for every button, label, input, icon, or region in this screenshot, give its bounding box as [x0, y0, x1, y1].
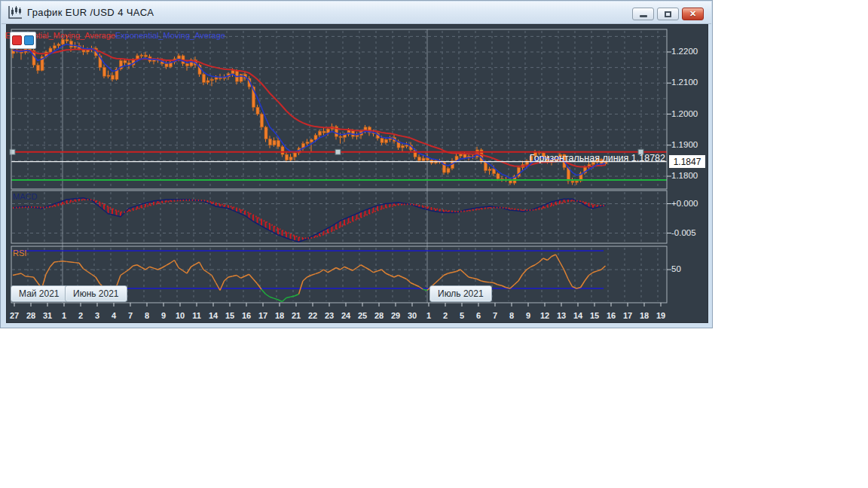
- day-axis-label: 18: [275, 311, 284, 320]
- rsi-line: [485, 282, 490, 282]
- rsi-line: [436, 279, 440, 283]
- rsi-line: [84, 269, 88, 272]
- candle-body: [497, 174, 500, 179]
- hline-drag-handle[interactable]: [335, 149, 341, 154]
- rsi-line: [415, 285, 420, 287]
- rsi-line: [253, 279, 258, 284]
- rsi-line: [515, 281, 519, 285]
- day-axis-label: 22: [308, 311, 317, 320]
- minimize-icon: [640, 15, 647, 17]
- candle-body: [62, 40, 65, 44]
- day-axis-label: 16: [242, 311, 251, 320]
- candle-body: [402, 146, 405, 148]
- desktop: График EUR /USD 4 ЧАСА ✕ Exponential_Mov…: [0, 0, 868, 488]
- hline-drag-handle[interactable]: [10, 149, 15, 154]
- price-axis-label: 1.1800: [671, 171, 708, 180]
- rsi-line: [203, 270, 208, 273]
- day-axis-label: 2: [443, 311, 448, 320]
- candle-body: [231, 71, 234, 74]
- candle-body: [571, 181, 574, 182]
- candle-body: [112, 75, 115, 79]
- candle-body: [327, 129, 330, 133]
- candle-body: [273, 141, 276, 145]
- candle-body: [165, 64, 168, 67]
- rsi-line: [158, 268, 163, 270]
- day-axis-label: 23: [325, 311, 334, 320]
- rsi-line: [261, 289, 266, 294]
- rsi-line: [195, 262, 200, 264]
- rsi-line: [365, 267, 370, 270]
- candle-body: [124, 61, 127, 63]
- rsi-line: [92, 274, 96, 277]
- rsi-line: [440, 276, 445, 279]
- day-axis-label: 30: [408, 311, 417, 320]
- day-axis-label: 17: [258, 311, 267, 320]
- price-axis-label: 1.1900: [671, 140, 708, 149]
- day-axis-label: 27: [10, 311, 19, 320]
- ema-blue-swatch-button[interactable]: [24, 35, 34, 45]
- candle-body: [186, 64, 189, 66]
- rsi-line: [125, 270, 130, 273]
- rsi-line: [328, 270, 332, 273]
- rsi-line: [179, 268, 183, 271]
- candle-body: [286, 154, 289, 160]
- rsi-line: [133, 265, 138, 266]
- rsi-line: [278, 300, 283, 302]
- rsi-line: [407, 279, 411, 283]
- rsi-line: [477, 279, 481, 282]
- rsi-line: [59, 261, 63, 262]
- rsi-line: [191, 264, 196, 267]
- day-axis-label: 11: [192, 311, 201, 320]
- rsi-line: [142, 267, 146, 270]
- minimize-button[interactable]: [632, 8, 654, 20]
- month-button-2[interactable]: Июль 2021: [429, 285, 492, 302]
- rsi-line: [54, 261, 59, 262]
- chart-canvas[interactable]: [6, 24, 708, 323]
- day-axis-label: 5: [460, 311, 464, 320]
- rsi-line: [200, 262, 204, 270]
- candle-body: [264, 127, 267, 139]
- candle-body: [418, 157, 421, 160]
- day-axis-label: 21: [292, 311, 301, 320]
- maximize-button[interactable]: [657, 8, 679, 20]
- rsi-line: [75, 263, 80, 264]
- rsi-line: [162, 265, 167, 267]
- rsi-line: [225, 277, 229, 281]
- legend-ema-blue-label: Exponential_Moving_Average: [115, 31, 225, 40]
- close-icon: ✕: [689, 10, 696, 18]
- rsi-line: [291, 296, 295, 297]
- ema-red-swatch-button[interactable]: [12, 35, 22, 45]
- candle-body: [53, 46, 57, 48]
- rsi-line: [585, 276, 589, 282]
- candle-body: [178, 56, 181, 59]
- day-axis-label: 8: [145, 311, 149, 320]
- rsi-line: [150, 267, 154, 268]
- rsi-line: [324, 270, 329, 273]
- candle-body: [103, 68, 106, 77]
- candle-body: [277, 141, 280, 147]
- rsi-line: [26, 276, 30, 277]
- rsi-line: [249, 274, 254, 279]
- close-button[interactable]: ✕: [682, 8, 704, 20]
- rsi-line: [465, 273, 469, 277]
- candle-body: [310, 139, 313, 142]
- window-titlebar[interactable]: График EUR /USD 4 ЧАСА ✕: [2, 2, 711, 24]
- month-button-0[interactable]: Май 2021: [11, 285, 68, 302]
- day-axis-label: 13: [557, 311, 566, 320]
- candle-body: [576, 181, 579, 182]
- macd-signal-line: [13, 200, 606, 238]
- rsi-line: [71, 262, 75, 263]
- rsi-line: [448, 273, 453, 273]
- horizontal-line-label[interactable]: Горизонтальная линия 1.18782: [423, 153, 665, 163]
- rsi-line: [17, 273, 22, 274]
- candle-body: [314, 136, 317, 140]
- rsi-line: [50, 262, 55, 267]
- rsi-line: [473, 278, 478, 279]
- candle-body: [49, 48, 52, 52]
- candle-body: [140, 55, 143, 56]
- rsi-line: [286, 297, 291, 297]
- rsi-line: [137, 265, 142, 267]
- rsi-line: [390, 276, 395, 278]
- month-button-1[interactable]: Июнь 2021: [65, 285, 127, 302]
- rsi-line: [341, 267, 345, 270]
